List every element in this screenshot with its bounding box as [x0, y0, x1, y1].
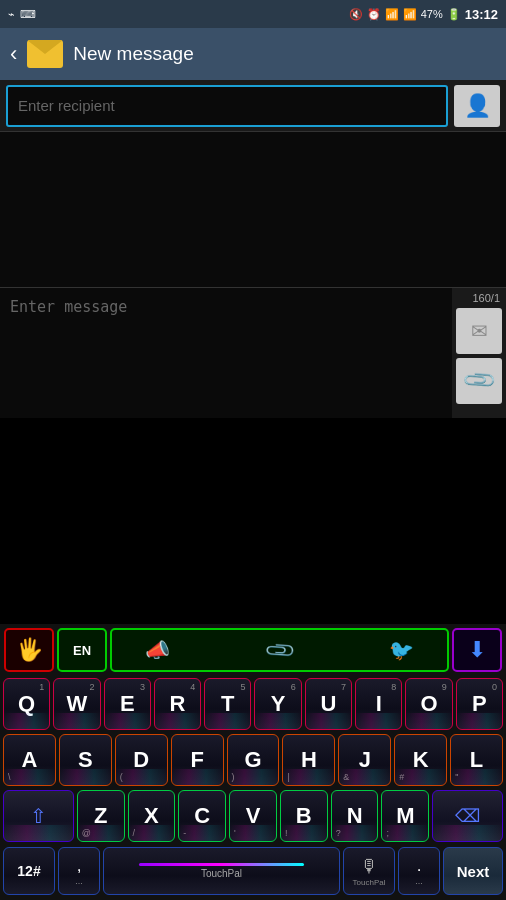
mic-icon: 🎙 [360, 856, 378, 877]
send-icon: ✉ [471, 319, 488, 343]
key-m[interactable]: M; [381, 790, 429, 842]
bird-icon: 🐦 [389, 638, 414, 662]
key-u[interactable]: 7U [305, 678, 352, 730]
period-sub: ... [415, 876, 423, 886]
next-key[interactable]: Next [443, 847, 503, 895]
back-button[interactable]: ‹ [10, 41, 17, 67]
comma-key[interactable]: , ... [58, 847, 100, 895]
key-t[interactable]: 5T [204, 678, 251, 730]
message-area: 160/1 ✉ 📎 [0, 287, 506, 418]
mic-label: TouchPal [353, 878, 386, 887]
key-x[interactable]: X/ [128, 790, 176, 842]
status-bar-right: 🔇 ⏰ 📶 📶 47% 🔋 13:12 [349, 7, 498, 22]
key-a[interactable]: A\ [3, 734, 56, 786]
period-label: . [417, 856, 422, 876]
status-bar-left: ⌁ ⌨ [8, 8, 36, 21]
key-z[interactable]: Z@ [77, 790, 125, 842]
key-v[interactable]: V' [229, 790, 277, 842]
keyboard-row-zxcv: ⇧ Z@ X/ C- V' B! N? M; ⌫ [0, 788, 506, 844]
page-title: New message [73, 43, 193, 65]
key-d[interactable]: D( [115, 734, 168, 786]
key-g[interactable]: G) [227, 734, 280, 786]
comma-sub: ... [75, 876, 83, 886]
keyboard-bottom-row: 12# , ... TouchPal 🎙 TouchPal . ... Next [0, 844, 506, 900]
keyboard-row-asdf: A\ S D( F G) H| J& K# L" [0, 732, 506, 788]
period-key[interactable]: . ... [398, 847, 440, 895]
shift-key[interactable]: ⇧ [3, 790, 74, 842]
key-n[interactable]: N? [331, 790, 379, 842]
space-decoration [139, 863, 304, 866]
signal-icon: 📶 [403, 8, 417, 21]
key-l[interactable]: L" [450, 734, 503, 786]
recipient-input[interactable] [6, 85, 448, 127]
microphone-key[interactable]: 🎙 TouchPal [343, 847, 395, 895]
key-q[interactable]: 1Q [3, 678, 50, 730]
alarm-icon: ⏰ [367, 8, 381, 21]
backspace-key[interactable]: ⌫ [432, 790, 503, 842]
char-count: 160/1 [456, 292, 502, 304]
extras-bar[interactable]: 📣 📎 🐦 [110, 628, 449, 672]
keyboard: 🖐 EN 📣 📎 🐦 ⬇ 1Q 2W 3E 4R 5T 6Y 7U 8I 9O … [0, 624, 506, 900]
email-body-area [0, 132, 506, 287]
top-bar: ‹ New message [0, 28, 506, 80]
recipient-row: 👤 [0, 80, 506, 132]
symbols-key[interactable]: 12# [3, 847, 55, 895]
wifi-icon: 📶 [385, 8, 399, 21]
send-button[interactable]: ✉ [456, 308, 502, 354]
battery-icon: 🔋 [447, 8, 461, 21]
message-input[interactable] [0, 288, 452, 418]
key-r[interactable]: 4R [154, 678, 201, 730]
contact-picker-button[interactable]: 👤 [454, 85, 500, 127]
battery-percent: 47% [421, 8, 443, 20]
gesture-mode-button[interactable]: 🖐 [4, 628, 54, 672]
key-e[interactable]: 3E [104, 678, 151, 730]
key-j[interactable]: J& [338, 734, 391, 786]
comma-label: , [77, 856, 82, 876]
space-brand-label: TouchPal [201, 868, 242, 879]
language-button[interactable]: EN [57, 628, 107, 672]
clip-icon: 📎 [262, 633, 297, 668]
key-h[interactable]: H| [282, 734, 335, 786]
attach-button[interactable]: 📎 [456, 358, 502, 404]
usb-icon: ⌁ [8, 8, 15, 21]
key-o[interactable]: 9O [405, 678, 452, 730]
language-label: EN [73, 643, 91, 658]
person-icon: 👤 [464, 93, 491, 119]
keyboard-icon: ⌨ [20, 8, 36, 21]
key-c[interactable]: C- [178, 790, 226, 842]
key-i[interactable]: 8I [355, 678, 402, 730]
key-w[interactable]: 2W [53, 678, 100, 730]
email-icon [27, 40, 63, 68]
gesture-icon: 🖐 [16, 637, 43, 663]
key-p[interactable]: 0P [456, 678, 503, 730]
keyboard-row-qwerty: 1Q 2W 3E 4R 5T 6Y 7U 8I 9O 0P [0, 676, 506, 732]
space-key[interactable]: TouchPal [103, 847, 340, 895]
key-k[interactable]: K# [394, 734, 447, 786]
mute-icon: 🔇 [349, 8, 363, 21]
shift-icon: ⇧ [30, 804, 47, 828]
key-f[interactable]: F [171, 734, 224, 786]
key-y[interactable]: 6Y [254, 678, 301, 730]
backspace-icon: ⌫ [455, 805, 480, 827]
key-b[interactable]: B! [280, 790, 328, 842]
keyboard-tools-row: 🖐 EN 📣 📎 🐦 ⬇ [0, 624, 506, 676]
chevron-down-icon: ⬇ [468, 637, 486, 663]
status-time: 13:12 [465, 7, 498, 22]
status-bar: ⌁ ⌨ 🔇 ⏰ 📶 📶 47% 🔋 13:12 [0, 0, 506, 28]
megaphone-icon: 📣 [145, 638, 170, 662]
hide-keyboard-button[interactable]: ⬇ [452, 628, 502, 672]
message-actions: 160/1 ✉ 📎 [452, 288, 506, 418]
key-s[interactable]: S [59, 734, 112, 786]
paperclip-icon: 📎 [460, 362, 497, 399]
